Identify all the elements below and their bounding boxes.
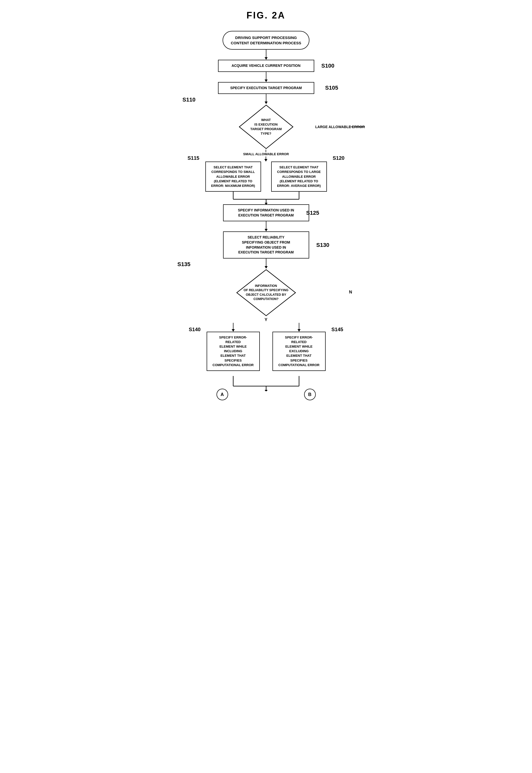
s135-diamond: INFORMATION OF RELIABILITY SPECIFYING OB…: [236, 269, 297, 317]
s115-box: SELECT ELEMENT THAT CORRESPONDS TO SMALL…: [205, 162, 261, 192]
s145-branch: S145 SPECIFY ERROR-RELATED ELEMENT WHILE…: [272, 323, 326, 371]
s105-box: SPECIFY EXECUTION TARGET PROGRAM: [218, 82, 314, 94]
s120-box: SELECT ELEMENT THAT CORRESPONDS TO LARGE…: [271, 162, 327, 192]
s115-label: S115: [188, 155, 200, 161]
s100-label: S100: [321, 63, 334, 69]
s145-box: SPECIFY ERROR-RELATED ELEMENT WHILE EXCL…: [272, 332, 326, 371]
page-title: FIG. 2A: [246, 10, 285, 21]
s100-box: ACQUIRE VEHICLE CURRENT POSITION: [218, 60, 314, 72]
n-branch-connector: [152, 371, 380, 376]
s130-label: S130: [316, 242, 329, 248]
s135-right-label: N: [349, 290, 352, 295]
s105-label: S105: [325, 85, 338, 91]
s110-label: S110: [183, 96, 195, 103]
s125-box: SPECIFY INFORMATION USED IN EXECUTION TA…: [223, 204, 309, 221]
s110-down-label: SMALL ALLOWABLE ERROR: [243, 152, 289, 156]
svg-marker-11: [265, 390, 268, 391]
s120-label: S120: [333, 155, 345, 161]
s145-label: S145: [331, 327, 343, 332]
s110-diamond: WHAT IS EXECUTION TARGET PROGRAM TYPE?: [238, 104, 294, 150]
s115-branch: S115 SELECT ELEMENT THAT CORRESPONDS TO …: [205, 162, 261, 192]
s140-branch: S140 SPECIFY ERROR-RELATED ELEMENT WHILE…: [207, 323, 260, 371]
merge-arrows-s125: [203, 192, 329, 204]
s130-box: SELECT RELIABILITY SPECIFYING OBJECT FRO…: [223, 231, 309, 258]
start-node: DRIVING SUPPORT PROCESSING CONTENT DETER…: [223, 31, 309, 50]
merge-arrows-bottom: [203, 376, 329, 391]
s120-branch: S120 SELECT ELEMENT THAT CORRESPONDS TO …: [271, 162, 327, 192]
s110-right-hline: [350, 127, 365, 127]
s135-label: S135: [178, 261, 190, 268]
flowchart: FIG. 2A DRIVING SUPPORT PROCESSING CONTE…: [152, 10, 380, 400]
s140-label: S140: [189, 327, 201, 332]
s140-box: SPECIFY ERROR-RELATED ELEMENT WHILE INCL…: [207, 332, 260, 371]
s135-down-label: Y: [265, 317, 267, 322]
s125-label: S125: [306, 210, 319, 216]
